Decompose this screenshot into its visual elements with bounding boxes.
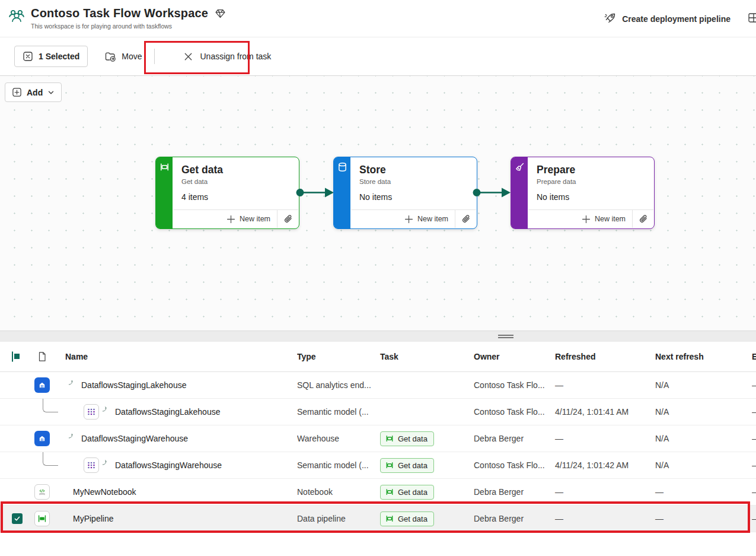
item-next-refresh: N/A	[655, 460, 752, 470]
unassign-from-task-button[interactable]: Unassign from task	[177, 47, 277, 66]
pipeline-icon	[385, 434, 394, 443]
pipeline-icon	[160, 162, 170, 172]
column-header-refreshed[interactable]: Refreshed	[555, 352, 655, 361]
clear-selection-button[interactable]: 1 Selected	[14, 46, 88, 67]
add-task-button[interactable]: Add	[5, 82, 62, 102]
task-card-prepare[interactable]: Prepare Prepare data No items New item	[511, 157, 655, 229]
item-name[interactable]: DataflowsStagingLakehouse	[115, 407, 220, 417]
connector-get-data-to-store	[295, 188, 334, 198]
paperclip-icon	[461, 214, 471, 224]
item-name[interactable]: MyNewNotebook	[73, 487, 136, 497]
item-type: Warehouse	[297, 434, 380, 443]
attach-item-button[interactable]	[455, 210, 476, 228]
chevron-down-icon	[47, 89, 55, 96]
column-header-next-refresh[interactable]: Next refresh	[655, 352, 752, 361]
column-header-owner[interactable]: Owner	[474, 352, 555, 361]
task-badge-get-data[interactable]: Get data	[380, 485, 434, 500]
task-card-store[interactable]: Store Store data No items New item	[333, 157, 477, 229]
item-next-refresh: N/A	[655, 434, 752, 443]
workspace-layout-icon[interactable]	[748, 12, 756, 25]
item-overflow: —	[752, 487, 756, 497]
card-subtitle: Get data	[181, 178, 292, 185]
move-button[interactable]: Move	[98, 46, 148, 67]
item-type: SQL analytics end...	[297, 380, 380, 390]
notebook-icon	[34, 484, 50, 500]
item-name[interactable]: DataflowsStagingWarehouse	[81, 434, 188, 443]
data-pipeline-icon	[34, 511, 50, 526]
column-header-task[interactable]: Task	[380, 352, 474, 361]
sub-item-arrow-icon	[68, 380, 74, 385]
paperclip-icon	[283, 214, 293, 224]
item-owner: Debra Berger	[474, 487, 555, 497]
item-refreshed: 4/11/24, 1:01:42 AM	[555, 460, 655, 470]
task-badge-label: Get data	[398, 461, 428, 470]
add-square-icon	[12, 87, 22, 97]
lakehouse-icon	[34, 377, 50, 393]
task-badge-label: Get data	[398, 488, 428, 497]
item-type: Notebook	[297, 487, 380, 497]
card-subtitle: Store data	[359, 178, 470, 185]
tree-connector	[43, 452, 58, 466]
table-row[interactable]: MyNewNotebook Notebook Get data Debra Be…	[0, 479, 756, 506]
card-subtitle: Prepare data	[537, 178, 647, 185]
item-name[interactable]: DataflowsStagingLakehouse	[81, 380, 186, 390]
column-header-name[interactable]: Name	[59, 352, 297, 361]
item-type: Data pipeline	[297, 514, 380, 523]
new-item-button[interactable]: New item	[582, 215, 632, 224]
card-items-count: 4 items	[181, 192, 292, 202]
item-owner: Contoso Task Flo...	[474, 407, 555, 417]
item-refreshed: —	[555, 380, 655, 390]
broom-icon	[515, 162, 525, 172]
row-checkbox-checked[interactable]	[12, 513, 23, 524]
selected-count-label: 1 Selected	[39, 52, 79, 61]
table-row[interactable]: DataflowsStagingLakehouse Semantic model…	[0, 399, 756, 425]
item-type-column-icon	[30, 351, 59, 362]
paperclip-icon	[639, 214, 648, 224]
table-row[interactable]: DataflowsStagingWarehouse Semantic model…	[0, 452, 756, 479]
item-overflow: —	[752, 434, 756, 443]
create-deployment-pipeline-label: Create deployment pipeline	[622, 14, 731, 24]
pipeline-icon	[385, 514, 394, 523]
task-badge-get-data[interactable]: Get data	[380, 511, 434, 526]
item-next-refresh: —	[655, 487, 752, 497]
attach-item-button[interactable]	[277, 210, 298, 228]
table-row[interactable]: DataflowsStagingLakehouse SQL analytics …	[0, 372, 756, 399]
item-owner: Contoso Task Flo...	[474, 460, 555, 470]
semantic-model-icon	[84, 404, 99, 420]
item-owner: Contoso Task Flo...	[474, 380, 555, 390]
move-folder-icon	[104, 50, 116, 62]
splitter-grip-icon[interactable]	[498, 335, 513, 338]
item-name[interactable]: MyPipeline	[73, 514, 113, 523]
create-deployment-pipeline-button[interactable]: Create deployment pipeline	[604, 0, 731, 37]
prepare-stripe	[511, 157, 528, 228]
card-items-count: No items	[359, 192, 470, 202]
new-item-button[interactable]: New item	[404, 215, 455, 224]
item-refreshed: 4/11/24, 1:01:41 AM	[555, 407, 655, 417]
new-item-button[interactable]: New item	[227, 215, 277, 224]
card-title: Prepare	[537, 164, 647, 176]
item-name[interactable]: DataflowsStagingWarehouse	[115, 460, 222, 470]
taskflow-canvas[interactable]: Add Get data Get data 4 items New item	[0, 76, 756, 331]
pipeline-icon	[385, 461, 394, 469]
task-card-get-data[interactable]: Get data Get data 4 items New item	[155, 157, 299, 229]
select-all-checkbox[interactable]	[12, 351, 13, 362]
semantic-model-icon	[84, 457, 99, 473]
item-type: Semantic model (...	[297, 407, 380, 417]
table-row-selected[interactable]: MyPipeline Data pipeline Get data Debra …	[0, 506, 756, 532]
items-table: Name Type Task Owner Refreshed Next refr…	[0, 342, 756, 556]
item-refreshed: —	[555, 434, 655, 443]
table-row[interactable]: DataflowsStagingWarehouse Warehouse Get …	[0, 425, 756, 452]
item-next-refresh: N/A	[655, 407, 752, 417]
column-header-type[interactable]: Type	[297, 352, 380, 361]
warehouse-icon	[34, 431, 50, 446]
diamond-icon	[215, 8, 226, 19]
panel-splitter[interactable]	[0, 331, 756, 342]
selection-toolbar: 1 Selected Move Unassign from task	[0, 37, 756, 76]
sub-item-arrow-icon	[102, 406, 107, 412]
item-overflow: —	[752, 460, 756, 470]
task-badge-get-data[interactable]: Get data	[380, 458, 434, 473]
attach-item-button[interactable]	[633, 210, 653, 228]
task-badge-get-data[interactable]: Get data	[380, 431, 434, 446]
item-owner: Debra Berger	[474, 434, 555, 443]
rocket-icon	[604, 12, 616, 25]
